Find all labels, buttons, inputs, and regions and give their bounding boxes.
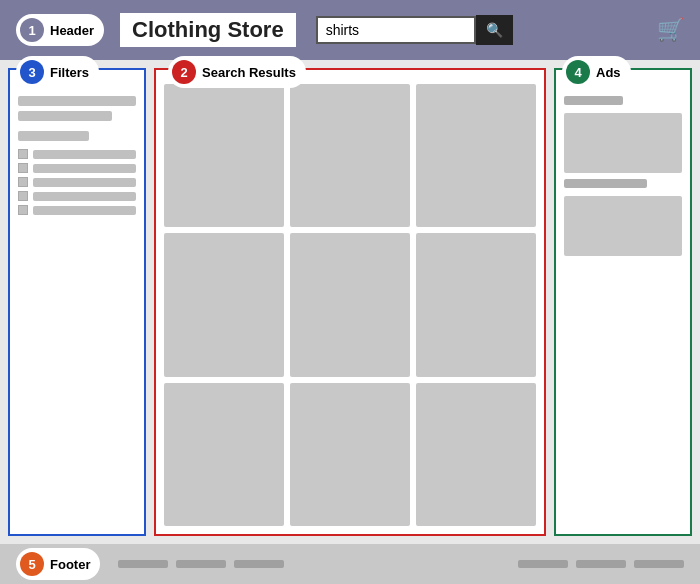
- header-badge-label: Header: [50, 23, 94, 38]
- filter-option: [18, 205, 136, 215]
- search-form: 🔍: [316, 15, 513, 45]
- results-badge-num: 2: [172, 60, 196, 84]
- header: 1 Header Clothing Store 🔍 🛒: [0, 0, 700, 60]
- product-card[interactable]: [416, 84, 536, 227]
- search-button[interactable]: 🔍: [476, 15, 513, 45]
- product-card[interactable]: [290, 383, 410, 526]
- product-card[interactable]: [164, 84, 284, 227]
- ads-badge: 4 Ads: [562, 56, 631, 88]
- header-badge-num: 1: [20, 18, 44, 42]
- product-card[interactable]: [290, 84, 410, 227]
- cart-icon[interactable]: 🛒: [657, 17, 684, 43]
- product-card[interactable]: [416, 233, 536, 376]
- results-badge: 2 Search Results: [168, 56, 306, 88]
- footer-links-left: [118, 560, 284, 568]
- product-card[interactable]: [164, 383, 284, 526]
- store-title: Clothing Store: [120, 13, 296, 47]
- ad-card[interactable]: [564, 196, 682, 256]
- footer-link[interactable]: [576, 560, 626, 568]
- results-badge-label: Search Results: [202, 65, 296, 80]
- footer-link[interactable]: [634, 560, 684, 568]
- filter-option: [18, 163, 136, 173]
- footer: 5 Footer: [0, 544, 700, 584]
- product-card[interactable]: [164, 233, 284, 376]
- ads-panel: 4 Ads: [554, 68, 692, 536]
- filters-badge: 3 Filters: [16, 56, 99, 88]
- ads-badge-label: Ads: [596, 65, 621, 80]
- filters-panel: 3 Filters: [8, 68, 146, 536]
- results-grid: [164, 84, 536, 526]
- footer-link[interactable]: [234, 560, 284, 568]
- filter-option: [18, 177, 136, 187]
- footer-link[interactable]: [118, 560, 168, 568]
- filters-badge-num: 3: [20, 60, 44, 84]
- ad-label: [564, 96, 623, 105]
- search-icon: 🔍: [486, 22, 503, 38]
- footer-badge: 5 Footer: [16, 548, 100, 580]
- footer-link[interactable]: [176, 560, 226, 568]
- results-panel: 2 Search Results: [154, 68, 546, 536]
- footer-badge-num: 5: [20, 552, 44, 576]
- search-input[interactable]: [316, 16, 476, 44]
- main-content: 3 Filters: [0, 60, 700, 544]
- ad-label: [564, 179, 647, 188]
- footer-link[interactable]: [518, 560, 568, 568]
- header-badge: 1 Header: [16, 14, 104, 46]
- product-card[interactable]: [290, 233, 410, 376]
- filter-section-1: [18, 131, 136, 215]
- ads-badge-num: 4: [566, 60, 590, 84]
- filter-option: [18, 149, 136, 159]
- product-card[interactable]: [416, 383, 536, 526]
- filter-option: [18, 191, 136, 201]
- ad-card[interactable]: [564, 113, 682, 173]
- filters-badge-label: Filters: [50, 65, 89, 80]
- footer-links-right: [518, 560, 684, 568]
- footer-badge-label: Footer: [50, 557, 90, 572]
